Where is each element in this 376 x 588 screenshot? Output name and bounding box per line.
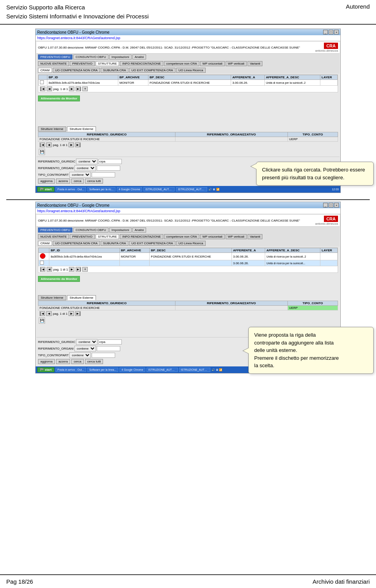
tab-uo-ext-s2[interactable]: UO EXT COMPETENZA CRA	[129, 241, 175, 246]
btn-cerca-tutti-s1[interactable]: cerca tutti	[85, 179, 103, 184]
tab-analisi-s2[interactable]: Analisi	[132, 227, 146, 233]
btn-azzera-s1[interactable]: azzera	[56, 179, 70, 184]
table-row[interactable]: 8a3659cb-3cfb-d279-de6a-48ce7434c1ea MON…	[39, 253, 338, 260]
taskbar-item2-1[interactable]: Posta in arrivo - Out...	[56, 368, 86, 372]
tab-preventivo-s1[interactable]: PREVENTIVO	[70, 61, 95, 66]
nav-last1[interactable]: ►|	[76, 87, 81, 91]
filter-select1-s2[interactable]: contiene	[76, 339, 98, 345]
taskbar-item2-5[interactable]: ISTRUZIONE_AUTO...	[179, 368, 210, 372]
table-row-selected[interactable]: 3.00.06.26. Unità di ricerca per la suin…	[39, 260, 338, 266]
tab-wp-oriz-s1[interactable]: WP orizzontali	[200, 61, 225, 66]
filter-input1-s1[interactable]	[98, 159, 122, 164]
struct-nav-first2[interactable]: |◄	[40, 311, 45, 316]
filter-select3-s1[interactable]: contiene	[69, 172, 91, 178]
nav-add2[interactable]: +	[82, 267, 88, 272]
tab-uo-linea-s2[interactable]: UO Linea Ricerca	[176, 241, 206, 246]
taskbar-item1-5[interactable]: ISTRUZIONE_AUTO...	[176, 187, 207, 191]
filter-select1-s1[interactable]: contiene	[76, 159, 98, 164]
filter-select2-s1[interactable]: contiene	[74, 165, 96, 171]
filter-input2-s2[interactable]	[97, 346, 120, 351]
struct-nav-prev1[interactable]: ◄	[46, 142, 52, 147]
struct-nav-first1[interactable]: |◄	[40, 142, 45, 147]
struct-tab-interne2[interactable]: Strutture Interne	[38, 295, 66, 300]
tab-nuove-entrate-s1[interactable]: NUOVE ENTRATE	[38, 61, 69, 66]
tab-subunita-s2[interactable]: SUBUNITA CRA	[101, 241, 128, 246]
btn-cerca-s2[interactable]: cerca	[71, 359, 84, 364]
allineamento-button2[interactable]: Allineamento da Monitor	[38, 276, 80, 282]
win-close2[interactable]: ×	[334, 203, 339, 207]
tab-strutture-s1[interactable]: STRUTTURE	[96, 61, 119, 66]
nav-add1[interactable]: +	[82, 87, 88, 91]
taskbar-item2-4[interactable]: ISTRUZIONE_AUTO...	[146, 368, 178, 372]
win-restore1[interactable]: □	[329, 30, 333, 34]
nav-prev1[interactable]: ◄	[47, 87, 52, 91]
tab-analisi-s1[interactable]: Analisi	[132, 54, 146, 60]
nav-next1[interactable]: ►	[69, 87, 74, 91]
struct-nav-next1[interactable]: ►	[69, 142, 74, 147]
taskbar-item2-2[interactable]: Software per la linea...	[87, 368, 119, 372]
btn-azzera-s2[interactable]: azzera	[56, 359, 70, 364]
filter-input3-s2[interactable]	[92, 353, 115, 358]
tab-uo-linea-s1[interactable]: UO Linea Ricerca	[176, 68, 206, 73]
struct-nav-last2[interactable]: ►|	[75, 311, 81, 316]
nav-prev2[interactable]: ◄	[47, 267, 52, 272]
start-btn2[interactable]: 🏁 start	[37, 367, 54, 372]
tab-cram-s2[interactable]: CRAM	[38, 241, 52, 246]
tab-info-s2[interactable]: INFO RENDICONTAZIONE	[120, 234, 163, 239]
tab-varianti-s1[interactable]: Varianti	[248, 61, 263, 66]
win-minimize1[interactable]: _	[323, 30, 328, 34]
struct-tab-esterne2[interactable]: Strutture Esterne	[67, 295, 96, 300]
tab-preventivo-s2[interactable]: PREVENTIVO	[70, 234, 95, 239]
filter-input3-s1[interactable]	[92, 172, 115, 177]
tab-strutture-s2[interactable]: STRUTTURE	[96, 234, 119, 239]
tab-uo-comp-s1[interactable]: UO COMPETENZA NON CRA	[53, 68, 100, 73]
nav-last2[interactable]: ►|	[76, 267, 81, 272]
struct-nav-prev2[interactable]: ◄	[46, 311, 52, 316]
struct-nav-next2[interactable]: ►	[69, 311, 74, 316]
tab-uo-comp-s2[interactable]: UO COMPETENZA NON CRA	[53, 241, 100, 246]
disk-icon1[interactable]: 💾	[39, 149, 45, 155]
tab-wp-oriz-s2[interactable]: WP orizzontali	[200, 234, 225, 239]
tab-comp-non-cra-s1[interactable]: competenze non CRA	[164, 61, 199, 66]
btn-aggiorna-s2[interactable]: aggiorna	[38, 359, 55, 364]
disk-icon2[interactable]: 💾	[39, 317, 45, 324]
table-row[interactable]: 8a3659cb-3cfb-d279-de6a-48ce7434c1ea MON…	[39, 80, 338, 86]
struct-row[interactable]: FONDAZIONE CRPA STUDI E RICERCHE UERP	[38, 137, 338, 142]
nav-first2[interactable]: |◄	[40, 267, 45, 272]
start-btn1[interactable]: 🏁 start	[37, 187, 54, 192]
taskbar-item1-4[interactable]: ISTRUZIONE_AUTO...	[143, 187, 175, 191]
nav-next2[interactable]: ►	[69, 267, 74, 272]
nav-first1[interactable]: |◄	[40, 87, 45, 91]
filter-input1-s2[interactable]	[98, 339, 122, 345]
tab-nuove-entrate-s2[interactable]: NUOVE ENTRATE	[38, 234, 69, 239]
allineamento-button1[interactable]: Allineamento da Monitor	[38, 96, 80, 101]
tab-consuntivo-obfu-s2[interactable]: CONSUNTIVO OBFU	[73, 227, 108, 233]
btn-cerca-s1[interactable]: cerca	[71, 179, 84, 184]
filter-select3-s2[interactable]: contiene	[69, 352, 91, 358]
struct-tab-interne1[interactable]: Strutture Interne	[38, 126, 66, 132]
tab-comp-non-cra-s2[interactable]: competenze non CRA	[164, 234, 199, 239]
filter-select2-s2[interactable]: contiene	[74, 346, 96, 352]
struct-tab-esterne1[interactable]: Strutture Esterne	[67, 126, 96, 132]
taskbar-item1-1[interactable]: Posta in arrivo - Out...	[56, 187, 86, 191]
btn-cerca-tutti-s2[interactable]: cerca tutti	[85, 359, 103, 364]
tab-impostazioni-s1[interactable]: Impostazioni	[109, 54, 132, 60]
taskbar-item1-3[interactable]: 4 Google Chrome	[117, 187, 142, 191]
tab-preventivo-obfu-s2[interactable]: PREVENTIVO OBFU	[38, 227, 72, 233]
tab-info-s1[interactable]: INFO RENDICONTAZIONE	[120, 61, 163, 66]
win-close1[interactable]: ×	[334, 30, 339, 34]
tab-preventivo-obfu-s1[interactable]: PREVENTIVO OBFU	[38, 54, 72, 60]
taskbar-item1-2[interactable]: Software per la ric...	[87, 187, 116, 191]
win-restore2[interactable]: □	[329, 203, 333, 207]
address-bar2[interactable]: https://oragnet.entecra.it:8443/CRAGest/…	[36, 208, 340, 214]
taskbar-item2-3[interactable]: 4 Google Chrome	[119, 368, 145, 372]
filter-input2-s1[interactable]	[97, 166, 120, 171]
tab-wp-vert-s1[interactable]: WP verticali	[226, 61, 247, 66]
btn-aggiorna-s1[interactable]: aggiorna	[38, 179, 55, 184]
tab-uo-ext-s1[interactable]: UO EXT COMPETENZA CRA	[129, 68, 175, 73]
address-bar1[interactable]: https://oragnet.entecra.it:8443/CRAGest/…	[36, 35, 340, 41]
tab-cram-s1[interactable]: CRAM	[38, 68, 52, 73]
struct-row2[interactable]: FONDAZIONE CRPA STUDI E RICERCHE UERP	[38, 306, 338, 310]
tab-wp-vert-s2[interactable]: WP verticali	[226, 234, 247, 239]
win-minimize2[interactable]: _	[323, 203, 328, 207]
